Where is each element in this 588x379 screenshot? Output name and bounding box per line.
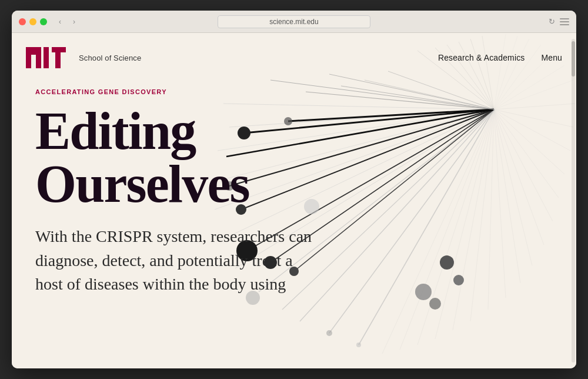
research-academics-link[interactable]: Research & Academics — [438, 53, 525, 62]
svg-rect-74 — [44, 47, 49, 68]
browser-chrome: ‹ › science.mit.edu ↻ — [12, 11, 576, 33]
mit-logo-svg — [26, 44, 66, 72]
forward-button[interactable]: › — [68, 17, 80, 26]
browser-window: ‹ › science.mit.edu ↻ — [12, 11, 576, 368]
svg-rect-72 — [31, 47, 36, 55]
svg-rect-73 — [36, 47, 41, 68]
svg-rect-75 — [52, 47, 66, 52]
site-nav: School of Science Research & Academics M… — [12, 33, 576, 82]
hero-title-line1: Editing — [35, 102, 196, 160]
svg-rect-71 — [26, 47, 31, 68]
hero-section: ACCELERATING GENE DISCOVERY Editing Ours… — [12, 82, 576, 297]
page-content: School of Science Research & Academics M… — [12, 33, 576, 368]
hero-body-text: With the CRISPR system, researchers can … — [35, 225, 318, 297]
close-button[interactable] — [19, 18, 26, 25]
eyebrow-text: ACCELERATING GENE DISCOVERY — [35, 88, 562, 95]
sidebar-toggle[interactable] — [560, 18, 569, 25]
browser-actions: ↻ — [549, 17, 569, 26]
svg-point-68 — [326, 330, 332, 336]
scrollbar[interactable] — [572, 39, 575, 363]
hero-title-line2: Ourselves — [35, 155, 249, 213]
maximize-button[interactable] — [40, 18, 47, 25]
reload-button[interactable]: ↻ — [549, 17, 555, 26]
mit-logo[interactable]: School of Science — [26, 44, 141, 72]
svg-rect-76 — [55, 52, 61, 68]
svg-point-66 — [429, 298, 441, 310]
nav-right: Research & Academics Menu — [438, 53, 562, 62]
school-name-label: School of Science — [79, 54, 141, 62]
hero-title: Editing Ourselves — [35, 105, 562, 211]
traffic-lights — [19, 18, 47, 25]
menu-link[interactable]: Menu — [541, 53, 562, 62]
svg-point-69 — [356, 343, 361, 347]
back-button[interactable]: ‹ — [54, 17, 66, 26]
minimize-button[interactable] — [29, 18, 36, 25]
address-bar[interactable]: science.mit.edu — [218, 15, 370, 28]
nav-buttons: ‹ › — [54, 17, 80, 26]
